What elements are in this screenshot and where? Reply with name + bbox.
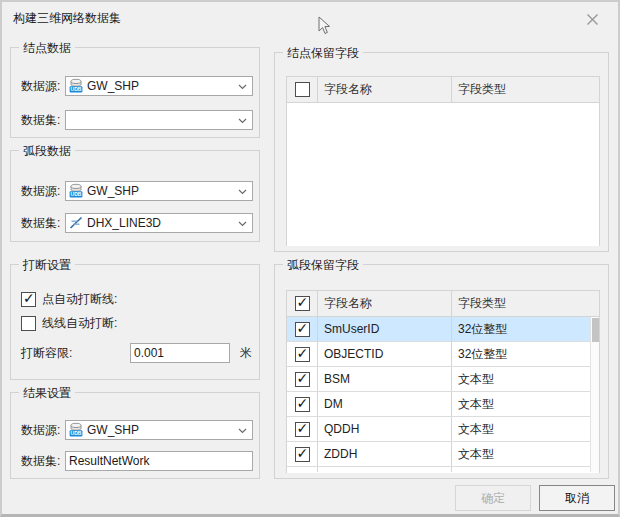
combobox-value: DHX_LINE3D (87, 216, 161, 230)
group-title: 弧段数据 (19, 143, 75, 160)
checkbox-label: 点自动打断线: (42, 291, 117, 308)
row-checkbox[interactable] (295, 447, 310, 462)
datasource-label: 数据源: (21, 181, 60, 201)
header-checkbox-cell[interactable] (287, 77, 317, 102)
combobox-value: GW_SHP (87, 79, 139, 93)
column-header-field-name: 字段名称 (317, 77, 451, 102)
table-row[interactable]: QDDH 文本型 (287, 417, 599, 442)
svg-text:UDB: UDB (71, 86, 82, 92)
row-checkbox-cell[interactable] (287, 417, 317, 441)
svg-text:UDB: UDB (71, 191, 82, 197)
group-arc-data: 弧段数据 数据源: UDB GW_SHP 数据集: DHX_LINE3D (10, 150, 260, 242)
table-header: 字段名称 字段类型 (287, 77, 599, 103)
row-checkbox[interactable] (295, 347, 310, 362)
column-header-field-type: 字段类型 (451, 77, 599, 102)
table-row[interactable]: OBJECTID 32位整型 (287, 342, 599, 367)
column-header-field-name: 字段名称 (317, 291, 451, 316)
point-break-checkbox-row[interactable]: 点自动打断线: (21, 290, 117, 308)
vertical-scrollbar[interactable] (590, 317, 599, 472)
row-checkbox[interactable] (295, 322, 310, 337)
udb-datasource-icon: UDB (68, 78, 84, 94)
ok-button[interactable]: 确定 (455, 485, 531, 511)
table-row[interactable]: BSM 文本型 (287, 367, 599, 392)
chevron-down-icon (238, 118, 247, 124)
table-body: SmUserID 32位整型 OBJECTID 32位整型 BSM 文本型 DM… (287, 317, 599, 473)
field-type-cell: 32位整型 (451, 342, 599, 366)
field-name-cell: ZDDH (317, 442, 451, 466)
node-datasource-combobox[interactable]: UDB GW_SHP (65, 76, 253, 96)
row-checkbox[interactable] (295, 372, 310, 387)
build-3d-network-dataset-dialog: 构建三维网络数据集 结点数据 数据源: UDB GW_SHP (0, 0, 620, 517)
udb-datasource-icon: UDB (68, 183, 84, 199)
group-result-settings: 结果设置 数据源: UDB GW_SHP 数据集: (10, 392, 260, 479)
close-icon[interactable] (584, 11, 600, 27)
udb-datasource-icon: UDB (68, 422, 84, 438)
field-name-cell: DM (317, 392, 451, 416)
select-all-checkbox[interactable] (295, 296, 310, 311)
row-checkbox-cell[interactable] (287, 317, 317, 341)
point-break-checkbox[interactable] (21, 292, 36, 307)
chevron-down-icon (238, 221, 247, 227)
combobox-value: GW_SHP (87, 423, 139, 437)
chevron-down-icon (238, 189, 247, 195)
arc-dataset-combobox[interactable]: DHX_LINE3D (65, 213, 253, 233)
row-checkbox-cell[interactable] (287, 392, 317, 416)
table-row[interactable]: ZDDH 文本型 (287, 442, 599, 467)
group-title: 结果设置 (19, 385, 75, 402)
row-checkbox[interactable] (295, 397, 310, 412)
group-title: 打断设置 (19, 257, 75, 274)
dialog-title: 构建三维网络数据集 (13, 10, 121, 27)
field-name-cell: QDDH (317, 417, 451, 441)
line3d-dataset-icon (68, 215, 84, 231)
scrollbar-thumb[interactable] (592, 318, 599, 342)
field-type-cell: 文本型 (451, 442, 599, 466)
table-body-empty (287, 103, 599, 246)
table-header: 字段名称 字段类型 (287, 291, 599, 317)
line-break-checkbox-row[interactable]: 线线自动打断: (21, 314, 117, 332)
node-dataset-combobox[interactable] (65, 110, 253, 130)
group-title: 结点数据 (19, 40, 75, 57)
field-name-cell: OBJECTID (317, 342, 451, 366)
row-checkbox-cell[interactable] (287, 367, 317, 391)
combobox-value: GW_SHP (87, 184, 139, 198)
datasource-label: 数据源: (21, 420, 60, 440)
dataset-label: 数据集: (21, 213, 60, 233)
result-dataset-input[interactable] (65, 451, 253, 471)
select-all-checkbox[interactable] (295, 82, 310, 97)
dataset-label: 数据集: (21, 110, 60, 130)
chevron-down-icon (238, 84, 247, 90)
chevron-down-icon (238, 428, 247, 434)
group-arc-reserved-fields: 弧段保留字段 字段名称 字段类型 SmUserID 32位整型 OBJECTID… (274, 264, 609, 479)
group-node-reserved-fields: 结点保留字段 字段名称 字段类型 (274, 52, 609, 252)
cancel-button[interactable]: 取消 (539, 485, 615, 511)
dataset-label: 数据集: (21, 451, 60, 471)
field-name-cell: SmUserID (317, 317, 451, 341)
table-row-partial (287, 467, 599, 472)
header-checkbox-cell[interactable] (287, 291, 317, 316)
tolerance-label: 打断容限: (21, 343, 72, 363)
group-title: 弧段保留字段 (283, 257, 363, 274)
tolerance-unit: 米 (240, 343, 252, 363)
group-title: 结点保留字段 (283, 45, 363, 62)
arc-fields-table: 字段名称 字段类型 SmUserID 32位整型 OBJECTID 32位整型 … (286, 290, 600, 473)
line-break-checkbox[interactable] (21, 316, 36, 331)
arc-datasource-combobox[interactable]: UDB GW_SHP (65, 181, 253, 201)
field-type-cell: 文本型 (451, 417, 599, 441)
row-checkbox-cell[interactable] (287, 442, 317, 466)
row-checkbox[interactable] (295, 422, 310, 437)
group-break-settings: 打断设置 点自动打断线: 线线自动打断: 打断容限: 米 (10, 264, 260, 380)
datasource-label: 数据源: (21, 76, 60, 96)
field-type-cell: 文本型 (451, 367, 599, 391)
table-row[interactable]: SmUserID 32位整型 (287, 317, 599, 342)
field-type-cell: 32位整型 (451, 317, 599, 341)
result-datasource-combobox[interactable]: UDB GW_SHP (65, 420, 253, 440)
svg-text:UDB: UDB (71, 430, 82, 436)
mouse-cursor (318, 16, 331, 38)
group-node-data: 结点数据 数据源: UDB GW_SHP 数据集: (10, 47, 260, 138)
column-header-field-type: 字段类型 (451, 291, 599, 316)
tolerance-input[interactable] (130, 343, 230, 363)
field-type-cell: 文本型 (451, 392, 599, 416)
table-row[interactable]: DM 文本型 (287, 392, 599, 417)
field-name-cell: BSM (317, 367, 451, 391)
row-checkbox-cell[interactable] (287, 342, 317, 366)
